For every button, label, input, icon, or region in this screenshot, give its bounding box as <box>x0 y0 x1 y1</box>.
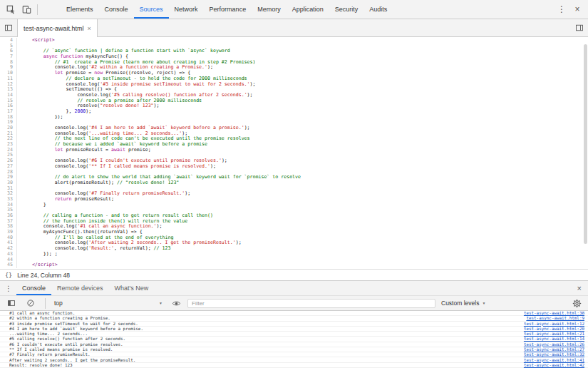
code-line[interactable]: 44 <box>0 257 588 263</box>
navigator-toggle-icon[interactable] <box>1 20 16 36</box>
line-number[interactable]: 7 <box>0 54 17 60</box>
console-message: ** If I called means promise is resolved… <box>0 347 588 352</box>
code-text: } <box>21 203 46 208</box>
line-number[interactable]: 5 <box>0 44 17 49</box>
console-message-text: #4 I am here to add `await` keyword befo… <box>9 327 143 331</box>
code-line[interactable]: 18 }); <box>0 115 588 121</box>
tab-performance[interactable]: Performance <box>204 0 252 19</box>
console-source-link[interactable]: test-async-await.html:42 <box>524 363 584 367</box>
code-token: await <box>111 147 125 153</box>
console-message: #2 within a function creating a Promise.… <box>0 316 588 321</box>
file-tab-close-icon[interactable]: × <box>88 25 91 32</box>
tab-application[interactable]: Application <box>287 0 329 19</box>
console-source-link[interactable]: test-async-await.html:12 <box>524 322 584 326</box>
code-line[interactable]: 34 } <box>0 203 588 208</box>
editor-scrollbar-thumb[interactable] <box>584 44 587 244</box>
console-source-link[interactable]: test-async-await.html:26 <box>524 342 584 347</box>
console-source-link[interactable]: test-async-await.html:14 <box>524 337 584 341</box>
execution-context-selector[interactable]: top ▼ <box>52 300 165 307</box>
code-line[interactable]: 27 console.log('** If I called means pro… <box>0 164 588 170</box>
close-devtools-icon[interactable]: × <box>569 1 585 17</box>
console-message-text: ...waiting time... 2 seconds... <box>9 332 88 336</box>
console-message-text: Result: resolve done! 123 <box>9 363 73 367</box>
code-token: '#3 inside promise setTimeout to wait fo… <box>100 81 249 87</box>
code-line[interactable]: 17 }, 2000); <box>0 109 588 115</box>
console-source-link[interactable]: test-async-await.html:20 <box>524 327 584 331</box>
code-token: console.log( <box>21 163 88 169</box>
code-line[interactable]: 42 console.log('Result:', returnVal); //… <box>0 246 588 252</box>
drawer-tab-console[interactable]: Console <box>16 281 51 295</box>
live-expression-eye-icon[interactable] <box>168 295 184 311</box>
code-token: ); <box>250 81 256 87</box>
tab-network[interactable]: Network <box>169 0 204 19</box>
code-token: ); <box>157 223 163 229</box>
tab-memory[interactable]: Memory <box>252 0 287 19</box>
editor-scrollbar[interactable] <box>582 37 588 269</box>
console-settings-gear-icon[interactable] <box>569 295 584 311</box>
line-number[interactable]: 6 <box>0 48 17 54</box>
sources-file-tabbar: test-async-await.html × <box>0 19 588 37</box>
source-editor[interactable]: 4 <script>56 // `async` function | defin… <box>0 37 588 269</box>
device-toolbar-icon[interactable] <box>19 1 34 17</box>
code-token: ); <box>236 240 242 245</box>
code-token: 2000 <box>74 108 86 114</box>
tab-elements[interactable]: Elements <box>61 0 99 19</box>
console-sidebar-toggle-icon[interactable] <box>4 295 19 311</box>
console-message: ...waiting time... 2 seconds...test-asyn… <box>0 332 588 337</box>
code-token: ); <box>244 125 250 131</box>
code-line[interactable]: 4 <script> <box>0 38 588 44</box>
code-token: ); <box>222 158 227 163</box>
code-text: }); <box>21 115 63 121</box>
code-line[interactable]: 33 return promiseResult; <box>0 197 588 203</box>
console-source-link[interactable]: test-async-await.html:38 <box>524 311 584 315</box>
pretty-print-icon[interactable]: {} <box>5 272 12 279</box>
line-number[interactable]: 45 <box>0 262 17 268</box>
console-source-link[interactable]: test-async-await.html:27 <box>524 347 584 352</box>
line-number[interactable]: 8 <box>0 60 17 66</box>
console-message: #3 inside promise setTimeout to wait for… <box>0 322 588 327</box>
inspect-element-icon[interactable] <box>3 1 19 17</box>
code-token: ); <box>247 92 253 98</box>
code-line[interactable]: 43 }); ; <box>0 252 588 257</box>
console-source-link[interactable]: test-async-await.html:41 <box>524 358 584 362</box>
console-message-text: #2 within a function creating a Promise. <box>9 316 110 320</box>
code-token: ); <box>86 108 91 114</box>
line-number[interactable]: 4 <box>0 38 17 44</box>
drawer-tab-what-s-new[interactable]: What's New <box>109 281 155 295</box>
console-source-link[interactable]: test-async-await.html:21 <box>524 332 584 336</box>
code-token: promise; <box>125 147 151 153</box>
code-line[interactable]: 30 alert(promiseResult); // "resolve don… <box>0 180 588 186</box>
file-tab-label: test-async-await.html <box>24 25 84 32</box>
tab-audits[interactable]: Audits <box>363 0 393 19</box>
devtools-window: ElementsConsoleSourcesNetworkPerformance… <box>0 0 588 368</box>
console-message-text: #6 I couldn't execute until promise reso… <box>9 342 123 347</box>
drawer-tab-remote-devices[interactable]: Remote devices <box>51 281 109 295</box>
toolbar-separator <box>37 4 38 15</box>
console-message: After waiting 2 seconds.. I get the prom… <box>0 357 588 362</box>
code-token: promiseResult = <box>63 147 112 153</box>
drawer-close-icon[interactable]: × <box>574 284 584 292</box>
context-label: top <box>54 300 63 307</box>
code-token: '** If I called means promise is resolve… <box>88 163 210 169</box>
code-token: promiseResult; <box>71 196 114 202</box>
more-options-icon[interactable]: ⋮ <box>554 1 569 17</box>
console-message: #6 I couldn't execute until promise reso… <box>0 342 588 347</box>
tab-sources[interactable]: Sources <box>134 0 169 19</box>
file-tab[interactable]: test-async-await.html × <box>17 19 98 37</box>
debugger-sidebar-toggle-icon[interactable] <box>572 20 587 36</box>
drawer-menu-icon[interactable]: ⋮ <box>4 285 14 292</box>
tab-console[interactable]: Console <box>99 0 134 19</box>
console-filter-input[interactable] <box>187 299 435 308</box>
console-message-text: #1 call an async function. <box>9 311 75 315</box>
tab-security[interactable]: Security <box>329 0 364 19</box>
console-source-link[interactable]: test-async-await.html:9 <box>526 316 584 320</box>
code-line[interactable]: 24 let promiseResult = await promise; <box>0 148 588 153</box>
code-token: alert(promiseResult); <box>21 180 117 185</box>
console-toolbar-separator <box>45 298 46 309</box>
console-source-link[interactable]: test-async-await.html:32 <box>524 352 584 357</box>
clear-console-icon[interactable] <box>23 295 38 311</box>
drawer-tabbar: ⋮ ConsoleRemote devicesWhat's New × <box>0 280 588 295</box>
log-levels-dropdown[interactable]: Custom levels ▼ <box>439 300 488 307</box>
code-token: , returnVal); <box>114 245 154 251</box>
code-line[interactable]: 45 </script> <box>0 262 588 268</box>
